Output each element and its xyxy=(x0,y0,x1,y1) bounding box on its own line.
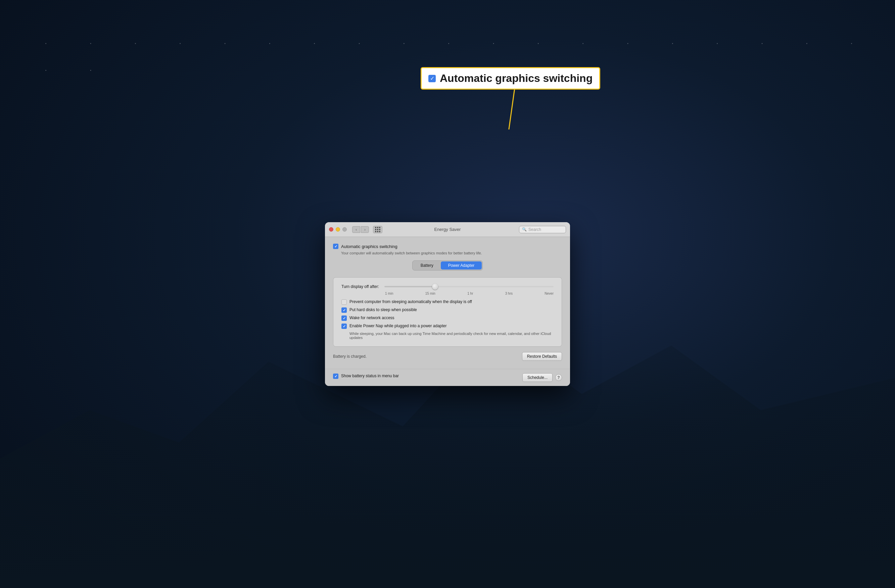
prevent-sleep-item: Prevent computer from sleeping automatic… xyxy=(341,299,554,305)
hard-disks-label: Put hard disks to sleep when possible xyxy=(349,308,417,312)
power-adapter-tab[interactable]: Power Adapter xyxy=(441,261,482,270)
callout-annotation: ✓ Automatic graphics switching xyxy=(421,67,600,89)
minimize-button[interactable] xyxy=(336,227,340,232)
tick-1hr: 1 hr xyxy=(467,292,473,296)
hard-disks-checkbox[interactable]: ✓ xyxy=(341,308,347,313)
settings-panel: Turn display off after: 1 min 15 min 1 h… xyxy=(333,277,562,347)
tick-15min: 15 min xyxy=(425,292,435,296)
tick-never: Never xyxy=(545,292,554,296)
tick-1min: 1 min xyxy=(385,292,393,296)
wake-network-checkbox[interactable]: ✓ xyxy=(341,315,347,321)
back-button[interactable]: ‹ xyxy=(352,226,360,233)
slider-tick-labels: 1 min 15 min 1 hr 3 hrs Never xyxy=(385,292,554,296)
help-button[interactable]: ? xyxy=(555,374,562,381)
auto-graphics-label: Automatic graphics switching xyxy=(341,244,397,249)
footer-bar: ✓ Show battery status in menu bar Schedu… xyxy=(325,369,570,386)
display-slider-row: Turn display off after: xyxy=(341,284,554,289)
search-placeholder: Search xyxy=(528,227,541,232)
schedule-button[interactable]: Schedule... xyxy=(522,373,552,382)
slider-thumb[interactable] xyxy=(432,283,438,289)
auto-graphics-checkbox[interactable]: ✓ xyxy=(333,244,338,249)
wake-network-item: ✓ Wake for network access xyxy=(341,315,554,321)
maximize-button[interactable] xyxy=(343,227,347,232)
close-button[interactable] xyxy=(329,227,333,232)
grid-view-button[interactable] xyxy=(373,226,382,233)
forward-button[interactable]: › xyxy=(361,226,369,233)
display-off-slider[interactable] xyxy=(384,286,554,287)
segment-control: Battery Power Adapter xyxy=(412,261,483,271)
callout-checkbox-icon: ✓ xyxy=(428,75,436,82)
auto-graphics-description: Your computer will automatically switch … xyxy=(341,251,562,255)
search-icon: 🔍 xyxy=(522,227,527,232)
prevent-sleep-label: Prevent computer from sleeping automatic… xyxy=(349,299,472,304)
auto-graphics-row: ✓ Automatic graphics switching xyxy=(333,244,562,249)
show-battery-item: ✓ Show battery status in menu bar xyxy=(333,374,399,379)
show-battery-checkbox[interactable]: ✓ xyxy=(333,374,338,379)
hard-disks-item: ✓ Put hard disks to sleep when possible xyxy=(341,308,554,313)
power-nap-item: ✓ Enable Power Nap while plugged into a … xyxy=(341,324,554,339)
wake-network-label: Wake for network access xyxy=(349,315,394,320)
callout-arrow-line xyxy=(508,89,515,130)
battery-status: Battery is charged. xyxy=(333,354,367,359)
energy-saver-window: ‹ › Energy Saver 🔍 Search ✓ Automatic gr… xyxy=(325,222,570,386)
power-nap-label: Enable Power Nap while plugged into a po… xyxy=(349,324,447,328)
power-nap-row: ✓ Enable Power Nap while plugged into a … xyxy=(341,324,554,329)
power-nap-checkbox[interactable]: ✓ xyxy=(341,324,347,329)
prevent-sleep-checkbox[interactable] xyxy=(341,299,347,305)
nav-buttons: ‹ › xyxy=(352,226,369,233)
grid-icon xyxy=(375,227,380,232)
segment-container: Battery Power Adapter xyxy=(333,261,562,271)
callout-label: Automatic graphics switching xyxy=(440,72,593,85)
search-box[interactable]: 🔍 Search xyxy=(519,226,566,233)
restore-defaults-button[interactable]: Restore Defaults xyxy=(522,352,562,361)
bottom-bar: Battery is charged. Restore Defaults xyxy=(333,352,562,362)
titlebar: ‹ › Energy Saver 🔍 Search xyxy=(325,222,570,237)
power-nap-description: While sleeping, your Mac can back up usi… xyxy=(349,332,554,339)
display-off-label: Turn display off after: xyxy=(341,284,379,289)
checkmark-icon: ✓ xyxy=(334,245,337,249)
show-battery-label: Show battery status in menu bar xyxy=(341,374,399,378)
callout-box: ✓ Automatic graphics switching xyxy=(421,67,600,89)
content-area: ✓ Automatic graphics switching Your comp… xyxy=(325,237,570,369)
tick-3hrs: 3 hrs xyxy=(505,292,513,296)
window-title: Energy Saver xyxy=(434,227,461,232)
traffic-lights xyxy=(329,227,347,232)
battery-tab[interactable]: Battery xyxy=(413,261,441,270)
